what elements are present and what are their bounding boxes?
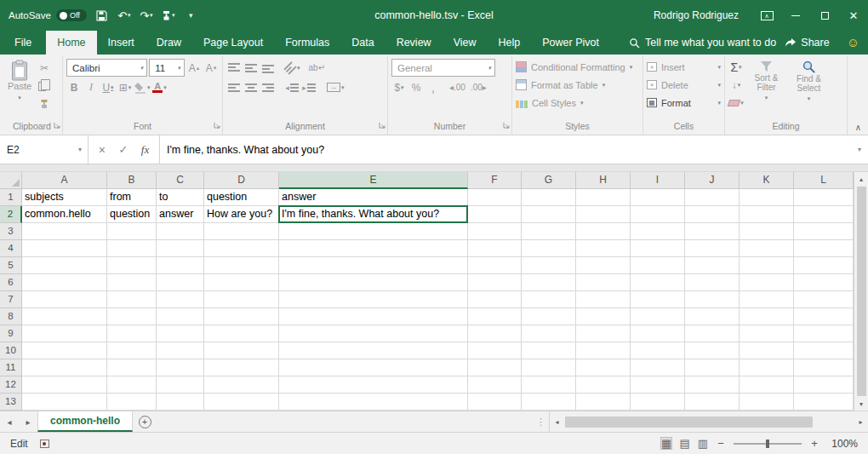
cell-D8[interactable]: [204, 308, 279, 325]
cell-H7[interactable]: [576, 291, 631, 308]
cell-D10[interactable]: [204, 342, 279, 359]
format-as-table-button[interactable]: Format as Table ▾: [516, 76, 639, 94]
insert-function-button[interactable]: fx: [141, 143, 149, 157]
cell-C2[interactable]: answer: [157, 206, 204, 223]
cell-F6[interactable]: [468, 274, 522, 291]
cell-E6[interactable]: [279, 274, 468, 291]
cell-H3[interactable]: [576, 223, 631, 240]
comma-style-button[interactable]: ,: [425, 79, 441, 96]
cell-A11[interactable]: [22, 359, 107, 376]
cell-L11[interactable]: [794, 359, 854, 376]
grow-font-button[interactable]: A▴: [186, 60, 202, 77]
align-left-button[interactable]: [226, 79, 242, 96]
cell-D4[interactable]: [204, 240, 279, 257]
name-box[interactable]: E2 ▾: [0, 135, 89, 164]
cell-G9[interactable]: [522, 325, 576, 342]
tab-formulas[interactable]: Formulas: [274, 31, 340, 55]
cell-A1[interactable]: subjects: [22, 189, 107, 206]
cell-J4[interactable]: [685, 240, 740, 257]
cell-H8[interactable]: [576, 308, 631, 325]
cell-C6[interactable]: [157, 274, 204, 291]
cell-G3[interactable]: [522, 223, 576, 240]
cell-B9[interactable]: [107, 325, 157, 342]
cell-F12[interactable]: [468, 376, 522, 394]
horizontal-scrollbar[interactable]: ◂ ▸: [549, 411, 868, 432]
cell-G13[interactable]: [522, 394, 576, 411]
cell-B7[interactable]: [107, 291, 157, 308]
zoom-in-button[interactable]: +: [809, 437, 819, 450]
cell-A7[interactable]: [22, 291, 107, 308]
cell-D11[interactable]: [204, 359, 279, 376]
cell-K4[interactable]: [740, 240, 794, 257]
column-header-B[interactable]: B: [107, 172, 157, 189]
cancel-button[interactable]: ×: [99, 143, 106, 157]
formula-bar-expand-button[interactable]: ▾: [851, 135, 868, 164]
top-align-button[interactable]: [226, 60, 242, 77]
cell-G5[interactable]: [522, 257, 576, 274]
collapse-ribbon-button[interactable]: ∧: [855, 123, 861, 132]
clipboard-dialog-launcher[interactable]: [54, 119, 60, 131]
cell-J3[interactable]: [685, 223, 740, 240]
cell-I9[interactable]: [631, 325, 685, 342]
cell-C1[interactable]: to: [157, 189, 204, 206]
cell-A6[interactable]: [22, 274, 107, 291]
select-all-button[interactable]: [0, 172, 22, 189]
cell-A5[interactable]: [22, 257, 107, 274]
tab-review[interactable]: Review: [385, 31, 443, 55]
cell-C9[interactable]: [157, 325, 204, 342]
cell-B1[interactable]: from: [107, 189, 157, 206]
minimize-button[interactable]: [781, 0, 810, 31]
cell-L7[interactable]: [794, 291, 854, 308]
page-break-view-button[interactable]: ▥: [698, 438, 708, 449]
cell-K5[interactable]: [740, 257, 794, 274]
cell-B3[interactable]: [107, 223, 157, 240]
cell-D13[interactable]: [204, 394, 279, 411]
copy-button[interactable]: ▾: [37, 78, 52, 95]
cell-E10[interactable]: [279, 342, 468, 359]
cell-D12[interactable]: [204, 376, 279, 394]
cell-I8[interactable]: [631, 308, 685, 325]
cell-H12[interactable]: [576, 376, 631, 394]
cell-D2[interactable]: How are you?: [204, 206, 279, 223]
cell-C7[interactable]: [157, 291, 204, 308]
cell-J1[interactable]: [685, 189, 740, 206]
tab-help[interactable]: Help: [488, 31, 532, 55]
row-header-3[interactable]: 3: [0, 223, 22, 240]
column-header-D[interactable]: D: [204, 172, 279, 189]
cell-I10[interactable]: [631, 342, 685, 359]
increase-indent-button[interactable]: ▸: [301, 79, 317, 96]
zoom-level[interactable]: 100%: [827, 438, 858, 450]
scroll-up-icon[interactable]: ▴: [854, 172, 868, 186]
cell-I11[interactable]: [631, 359, 685, 376]
tab-insert[interactable]: Insert: [97, 31, 146, 55]
column-header-G[interactable]: G: [522, 172, 576, 189]
cell-I4[interactable]: [631, 240, 685, 257]
decrease-decimal-button[interactable]: .00▸: [469, 79, 488, 96]
redo-button[interactable]: ↷▾: [140, 6, 153, 25]
cell-A9[interactable]: [22, 325, 107, 342]
cell-J12[interactable]: [685, 376, 740, 394]
enter-button[interactable]: ✓: [118, 143, 128, 156]
horizontal-scrollbar-track[interactable]: [564, 411, 854, 432]
cell-F2[interactable]: [468, 206, 522, 223]
tab-view[interactable]: View: [443, 31, 488, 55]
cell-H2[interactable]: [576, 206, 631, 223]
font-size-combo[interactable]: 11▾: [149, 59, 185, 77]
cell-H6[interactable]: [576, 274, 631, 291]
cell-D9[interactable]: [204, 325, 279, 342]
cell-C10[interactable]: [157, 342, 204, 359]
cell-F13[interactable]: [468, 394, 522, 411]
cell-G7[interactable]: [522, 291, 576, 308]
cell-K3[interactable]: [740, 223, 794, 240]
cell-L1[interactable]: [794, 189, 854, 206]
cell-E8[interactable]: [279, 308, 468, 325]
cell-E4[interactable]: [279, 240, 468, 257]
cell-F8[interactable]: [468, 308, 522, 325]
tab-draw[interactable]: Draw: [146, 31, 192, 55]
cell-K10[interactable]: [740, 342, 794, 359]
conditional-formatting-button[interactable]: Conditional Formatting ▾: [516, 58, 639, 76]
tab-power-pivot[interactable]: Power Pivot: [531, 31, 610, 55]
cell-B8[interactable]: [107, 308, 157, 325]
cell-L6[interactable]: [794, 274, 854, 291]
tab-home[interactable]: Home: [46, 31, 96, 55]
